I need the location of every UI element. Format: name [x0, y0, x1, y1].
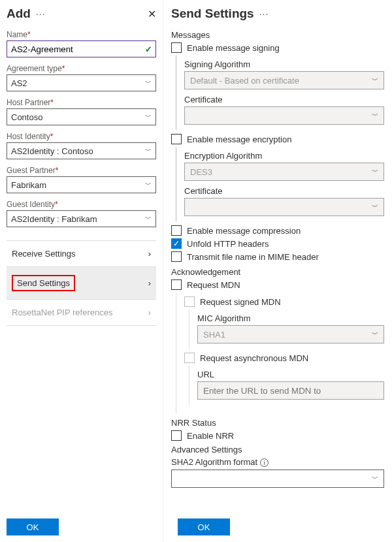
host-partner-select[interactable]: Contoso﹀: [7, 108, 156, 125]
transmit-filename-checkbox[interactable]: [171, 251, 182, 262]
advanced-section-label: Advanced Settings: [171, 445, 384, 454]
agreement-type-select[interactable]: AS2﹀: [7, 74, 156, 91]
chevron-down-icon: ﹀: [145, 214, 152, 223]
host-partner-label: Host Partner*: [7, 98, 156, 107]
info-icon[interactable]: i: [260, 458, 269, 467]
guest-partner-select[interactable]: Fabrikam﹀: [7, 176, 156, 193]
enable-encryption-label: Enable message encryption: [187, 135, 291, 144]
more-icon[interactable]: ···: [36, 8, 46, 19]
enable-signing-checkbox[interactable]: [171, 42, 182, 53]
enable-encryption-checkbox[interactable]: [171, 134, 182, 144]
chevron-right-icon: ›: [148, 308, 151, 317]
url-label: URL: [197, 370, 384, 379]
chevron-down-icon: ﹀: [372, 167, 378, 176]
chevron-down-icon: ﹀: [372, 474, 378, 483]
chevron-down-icon: ﹀: [145, 78, 152, 88]
chevron-down-icon: ﹀: [372, 330, 378, 339]
transmit-filename-label: Transmit file name in MIME header: [187, 252, 319, 262]
mic-algorithm-label: MIC Algorithm: [197, 313, 384, 323]
blade-header: Add ··· ✕: [7, 7, 156, 21]
encryption-algorithm-label: Encryption Algorithm: [184, 151, 384, 161]
host-identity-label: Host Identity*: [7, 132, 156, 141]
agreement-type-label: Agreement type*: [7, 64, 156, 73]
unfold-headers-checkbox[interactable]: ✓: [171, 238, 182, 249]
signing-certificate-select[interactable]: ﹀: [184, 106, 384, 125]
signing-algorithm-select[interactable]: Default - Based on certificate﹀: [184, 71, 384, 89]
enable-compression-label: Enable message compression: [187, 226, 301, 236]
sha2-format-select[interactable]: ﹀: [171, 470, 384, 488]
chevron-down-icon: ﹀: [145, 180, 152, 189]
sha2-format-label: SHA2 Algorithm formati: [171, 457, 384, 467]
enable-nrr-label: Enable NRR: [187, 431, 234, 441]
chevron-down-icon: ﹀: [372, 202, 378, 212]
request-async-mdn-label: Request asynchronous MDN: [200, 353, 308, 363]
more-icon[interactable]: ···: [259, 8, 269, 19]
guest-identity-label: Guest Identity*: [7, 200, 156, 209]
chevron-down-icon: ﹀: [145, 112, 152, 121]
encryption-algorithm-select[interactable]: DES3﹀: [184, 163, 384, 181]
name-label: Name*: [7, 30, 156, 39]
nav-send-settings-label: Send Settings: [12, 275, 75, 291]
signing-algorithm-label: Signing Algorithm: [184, 59, 384, 69]
mdn-url-input[interactable]: [197, 381, 384, 400]
chevron-down-icon: ﹀: [145, 146, 152, 155]
name-input[interactable]: [7, 40, 156, 57]
chevron-down-icon: ﹀: [372, 111, 378, 120]
guest-identity-select[interactable]: AS2Identity : Fabrikam﹀: [7, 210, 156, 227]
mic-algorithm-select[interactable]: SHA1﹀: [197, 325, 384, 343]
blade-header: Send Settings ···: [171, 7, 384, 21]
encryption-certificate-label: Certificate: [184, 186, 384, 196]
nrr-section-label: NRR Status: [171, 418, 384, 428]
enable-nrr-checkbox[interactable]: [171, 430, 182, 441]
encryption-certificate-select[interactable]: ﹀: [184, 198, 384, 216]
add-blade: Add ··· ✕ Name* ✓ Agreement type* AS2﹀ H…: [0, 0, 163, 542]
send-settings-blade: Send Settings ··· Messages Enable messag…: [163, 0, 392, 542]
request-signed-mdn-label: Request signed MDN: [200, 297, 281, 307]
guest-partner-label: Guest Partner*: [7, 166, 156, 175]
request-mdn-checkbox[interactable]: [171, 279, 182, 290]
chevron-right-icon: ›: [148, 249, 151, 259]
blade-title: Send Settings: [171, 7, 254, 21]
chevron-right-icon: ›: [148, 278, 151, 288]
blade-title: Add: [7, 7, 31, 21]
valid-check-icon: ✓: [145, 44, 152, 54]
ok-button[interactable]: OK: [7, 518, 59, 535]
host-identity-select[interactable]: AS2Identity : Contoso﹀: [7, 142, 156, 159]
request-async-mdn-checkbox[interactable]: [184, 353, 195, 363]
messages-section-label: Messages: [171, 30, 384, 40]
chevron-down-icon: ﹀: [372, 76, 378, 85]
signing-certificate-label: Certificate: [184, 95, 384, 104]
nav-send-settings[interactable]: Send Settings›: [7, 267, 156, 300]
enable-compression-checkbox[interactable]: [171, 225, 182, 236]
ack-section-label: Acknowledgement: [171, 267, 384, 277]
request-mdn-label: Request MDN: [187, 280, 240, 290]
close-icon[interactable]: ✕: [148, 8, 156, 20]
nav-receive-settings[interactable]: Receive Settings›: [7, 241, 156, 267]
nav-rosettanet[interactable]: RosettaNet PIP references›: [7, 300, 156, 326]
unfold-headers-label: Unfold HTTP headers: [187, 239, 269, 249]
ok-button[interactable]: OK: [178, 518, 230, 535]
enable-signing-label: Enable message signing: [187, 43, 280, 53]
request-signed-mdn-checkbox[interactable]: [184, 296, 195, 307]
